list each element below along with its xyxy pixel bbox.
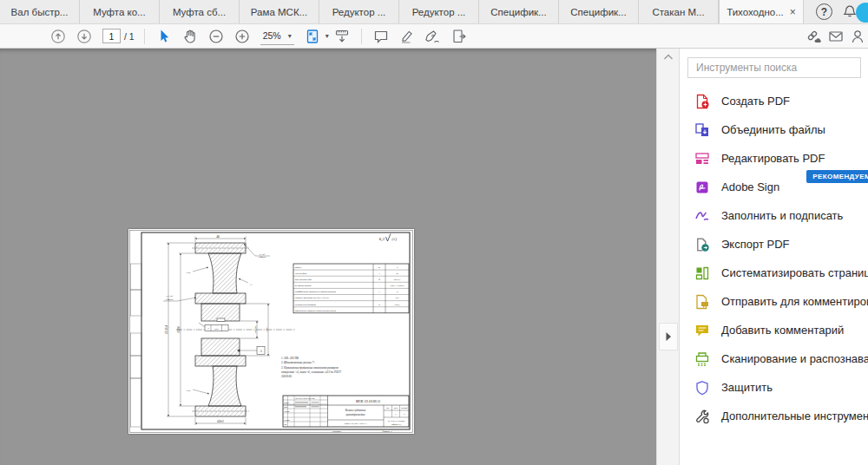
tab-label: Вал быстр... <box>11 7 69 17</box>
document-view-area[interactable]: 44 62h11 Ø239,4 Ø200 Ø45H8 Ø60 R10 R10 2… <box>0 49 656 465</box>
svg-text:m: m <box>378 266 380 269</box>
svg-text:R10: R10 <box>186 272 191 274</box>
svg-text:–: – <box>378 297 380 299</box>
tool-more-tools[interactable]: Дополнительные инструменты <box>680 402 868 430</box>
zoom-out-icon[interactable] <box>203 26 229 47</box>
svg-text:Ø200: Ø200 <box>177 326 181 333</box>
share-link-icon[interactable] <box>804 26 823 47</box>
fit-page-icon[interactable] <box>299 26 326 47</box>
tool-protect[interactable]: Защитить <box>680 373 868 402</box>
select-tool-icon[interactable] <box>151 26 177 47</box>
svg-text:Число зубьев: Число зубьев <box>295 272 308 275</box>
svg-text:Ø60: Ø60 <box>266 327 268 332</box>
hand-tool-icon[interactable] <box>177 26 203 47</box>
tab-label: Муфта ко... <box>93 7 145 17</box>
svg-text:1,1: 1,1 <box>395 413 398 416</box>
svg-text:Н.контр.: Н.контр. <box>283 419 291 421</box>
svg-text:(√): (√) <box>392 237 398 241</box>
scroll-up-icon[interactable] <box>660 50 677 64</box>
comment-icon[interactable] <box>368 26 394 47</box>
svg-text:98: 98 <box>396 272 398 275</box>
svg-text:цилиндрическое: цилиндрическое <box>346 413 366 416</box>
svg-text:Изм. Лист № докум. Подп. Да: Изм. Лист № докум. Подп. Дата <box>294 397 315 399</box>
zoom-in-icon[interactable] <box>229 26 255 47</box>
tab-document-7[interactable]: Специфик... <box>479 0 559 23</box>
tools-search <box>687 57 861 78</box>
acrobat-window: Вал быстр... Муфта ко... Муфта сб... Рам… <box>0 0 868 465</box>
tool-label: Добавить комментарий <box>721 324 844 337</box>
svg-text:Масса: Масса <box>393 407 398 409</box>
fill-sign-icon <box>694 208 710 224</box>
zoom-level-select[interactable]: 25% ▾ <box>260 28 294 45</box>
panel-collapse-handle[interactable] <box>659 323 678 350</box>
svg-text:0,05: 0,05 <box>214 328 219 331</box>
tool-send-for-comments[interactable]: Отправить для комментирования <box>680 287 868 316</box>
page-scrolling-icon[interactable] <box>329 26 355 47</box>
tab-document-5[interactable]: Редуктор ... <box>319 0 399 23</box>
send-file-icon[interactable] <box>446 26 472 47</box>
tab-document-active[interactable]: Тихоходно... × <box>719 0 804 23</box>
gear-section <box>176 243 295 416</box>
previous-page-icon[interactable] <box>45 26 71 47</box>
svg-text:МСК 19.10.00.11: МСК 19.10.00.11 <box>355 399 380 403</box>
svg-text:Угол наклона зуба: Угол наклона зуба <box>295 278 312 281</box>
person-icon[interactable] <box>848 26 866 47</box>
svg-text:β: β <box>378 278 380 281</box>
close-icon[interactable]: × <box>790 7 796 17</box>
tab-document-2[interactable]: Муфта ко... <box>80 0 160 23</box>
tab-document-3[interactable]: Муфта сб... <box>160 0 240 23</box>
tool-organize-pages[interactable]: Систематизировать страницы <box>680 259 868 287</box>
email-icon[interactable] <box>826 26 845 47</box>
svg-text:2 фаски: 2 фаски <box>166 298 174 301</box>
svg-text:Формат A3: Формат A3 <box>382 430 392 432</box>
tool-fill-sign[interactable]: Заполнить и подписать <box>680 201 868 230</box>
tool-edit-pdf[interactable]: Редактировать PDF <box>680 144 868 173</box>
page-number-input[interactable]: 1 <box>102 29 121 43</box>
svg-text:А: А <box>259 350 262 353</box>
tools-panel: РЕКОМЕНДУЕМ Создать PDF Объединить файлы… <box>679 49 868 465</box>
pdf-page[interactable]: 44 62h11 Ø239,4 Ø200 Ø45H8 Ø60 R10 R10 2… <box>128 229 414 434</box>
svg-text:1:1: 1:1 <box>403 413 405 416</box>
svg-text:Степень точности по ГОСТ 1643-: Степень точности по ГОСТ 1643-81 <box>295 297 330 299</box>
help-icon[interactable]: ? <box>816 3 832 20</box>
next-page-icon[interactable] <box>71 26 97 47</box>
tabbar-icons: ? <box>816 0 858 23</box>
pdf-page-drawing: 44 62h11 Ø239,4 Ø200 Ø45H8 Ø60 R10 R10 2… <box>128 229 414 434</box>
tool-label: Создать PDF <box>721 95 790 108</box>
tool-create-pdf[interactable]: Создать PDF <box>680 87 868 115</box>
tab-label: Рама МСК... <box>251 7 307 17</box>
vertical-scrollbar[interactable] <box>656 49 679 465</box>
svg-text:62h11: 62h11 <box>217 420 224 423</box>
tab-document-9[interactable]: Стакан М... <box>639 0 719 23</box>
search-input[interactable] <box>687 57 861 78</box>
tab-document-1[interactable]: Вал быстр... <box>0 0 80 23</box>
tab-document-6[interactable]: Редуктор ... <box>399 0 479 23</box>
tool-add-comment[interactable]: Добавить комментарий <box>680 316 868 344</box>
tool-export-pdf[interactable]: Экспорт PDF <box>680 230 868 259</box>
tab-label: Специфик... <box>490 7 546 17</box>
tab-label: Муфта сб... <box>173 7 226 17</box>
svg-text:7°: 7° <box>250 284 253 286</box>
svg-text:44: 44 <box>216 235 220 239</box>
technical-notes: 1. 269...302 НВ. 2. Штамповочные уклоны … <box>281 357 341 378</box>
highlight-icon[interactable] <box>394 26 420 47</box>
add-comment-icon <box>694 323 710 338</box>
title-block: МСК 19.10.00.11 Колесо зубчатое цилиндри… <box>283 396 409 432</box>
main-toolbar: 1 / 1 25% ▾ ▾ <box>0 24 868 49</box>
tab-label: Специфик... <box>570 7 626 17</box>
tool-scan-ocr[interactable]: Сканирование и распознавание <box>680 344 868 373</box>
svg-text:Коэффициент смещения исходного: Коэффициент смещения исходного контура <box>294 291 337 293</box>
tab-document-8[interactable]: Специфик... <box>559 0 639 23</box>
tool-combine-files[interactable]: Объединить файлы <box>680 115 868 144</box>
svg-text:Т.контр.: Т.контр. <box>284 410 290 412</box>
svg-text:–: – <box>378 310 380 312</box>
recommended-badge: РЕКОМЕНДУЕМ <box>806 170 868 183</box>
svg-text:–: – <box>378 285 380 287</box>
svg-text:ГОСТ 13755-81: ГОСТ 13755-81 <box>389 285 404 287</box>
fill-sign-pen-icon[interactable] <box>420 26 446 47</box>
tool-label: Защитить <box>721 381 773 394</box>
tab-document-4[interactable]: Рама МСК... <box>240 0 319 23</box>
tab-label: Редуктор ... <box>332 7 386 17</box>
svg-text:235,4: 235,4 <box>395 304 400 306</box>
tool-label: Дополнительные инструменты <box>721 409 868 422</box>
